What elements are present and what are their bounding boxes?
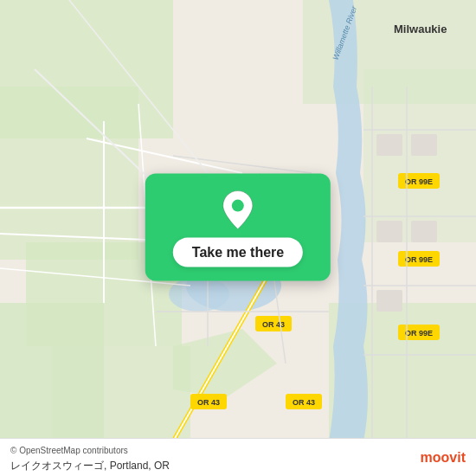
moovit-logo: moovit xyxy=(421,450,466,466)
svg-point-11 xyxy=(169,277,229,312)
osm-attribution: © OpenStreetMap contributors xyxy=(10,446,128,455)
moovit-app-name: moovit xyxy=(421,450,466,466)
svg-text:OR 43: OR 43 xyxy=(262,320,285,329)
svg-text:OR 99E: OR 99E xyxy=(405,329,433,338)
location-label: レイクオスウィーゴ, Portland, OR xyxy=(10,460,170,472)
svg-text:OR 43: OR 43 xyxy=(197,398,220,407)
svg-rect-5 xyxy=(52,346,190,441)
take-me-there-button[interactable]: Take me there xyxy=(173,238,303,267)
svg-rect-47 xyxy=(376,134,402,156)
svg-text:Milwaukie: Milwaukie xyxy=(394,23,447,35)
popup-card: Take me there xyxy=(145,174,331,281)
bottom-bar: © OpenStreetMap contributors レイクオスウィーゴ, … xyxy=(0,438,476,476)
svg-text:OR 99E: OR 99E xyxy=(405,177,433,186)
svg-rect-50 xyxy=(411,221,437,242)
location-pin-icon xyxy=(221,190,255,231)
svg-rect-49 xyxy=(376,221,402,242)
map-container: OR 43 OR 43 OR 99E OR 99E OR 99E OR 43 M… xyxy=(0,0,476,476)
svg-rect-48 xyxy=(411,134,437,156)
svg-rect-51 xyxy=(376,290,402,312)
svg-text:OR 43: OR 43 xyxy=(293,398,315,407)
svg-text:OR 99E: OR 99E xyxy=(405,255,433,264)
attribution-area: © OpenStreetMap contributors レイクオスウィーゴ, … xyxy=(10,441,170,473)
svg-point-52 xyxy=(232,200,244,212)
